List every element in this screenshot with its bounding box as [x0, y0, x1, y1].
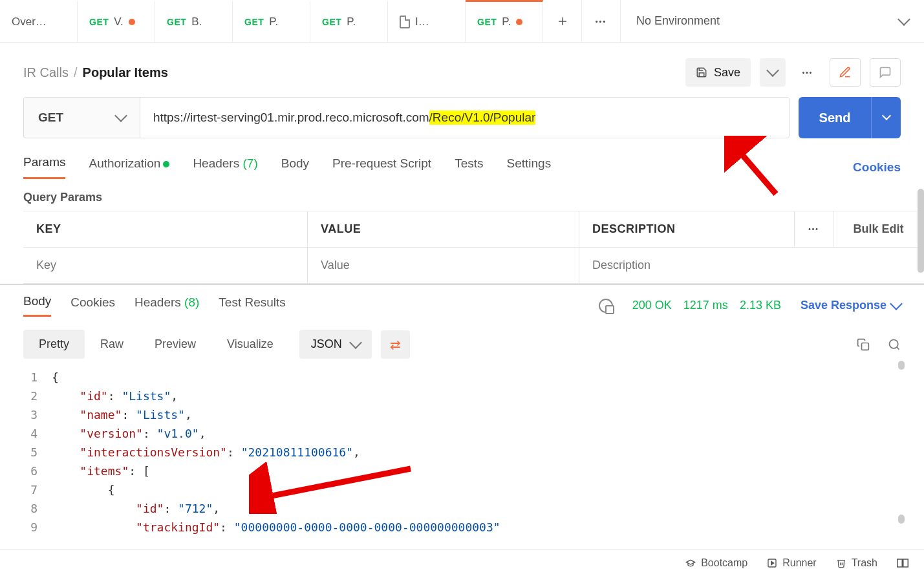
status-code: 200 OK [632, 299, 672, 312]
tab-headers[interactable]: Headers (7) [193, 156, 257, 178]
status-bar: Bootcamp Runner Trash [0, 549, 924, 576]
copy-button[interactable] [857, 338, 870, 351]
tab-1[interactable]: GETV. [78, 0, 155, 42]
dirty-dot-icon [516, 19, 522, 25]
footer-runner[interactable]: Runner [767, 557, 816, 569]
response-body[interactable]: 1{2 "id": "Lists",3 "name": "Lists",4 "v… [0, 364, 924, 537]
tab-overflow-button[interactable]: ••• [582, 0, 621, 42]
query-params-heading: Query Params [0, 186, 924, 211]
request-tabs: Params Authorization Headers (7) Body Pr… [0, 151, 924, 186]
new-tab-button[interactable] [543, 0, 582, 42]
url-bar: GET https://irtest-serving01.mir.prod.re… [23, 97, 790, 138]
save-button[interactable]: Save [685, 58, 751, 87]
request-header: IR Calls / Popular Items Save ••• [0, 43, 924, 97]
view-raw[interactable]: Raw [85, 330, 139, 359]
auth-indicator-icon [163, 161, 169, 167]
scrollbar[interactable] [898, 515, 905, 524]
bulk-edit-button[interactable]: Bulk Edit [833, 211, 924, 247]
svg-rect-0 [862, 343, 869, 350]
resp-tab-headers[interactable]: Headers (8) [134, 295, 199, 316]
tab-overview[interactable]: Over… [0, 0, 78, 42]
chevron-down-icon [349, 336, 362, 349]
search-button[interactable] [888, 338, 901, 351]
breadcrumb-collection[interactable]: IR Calls [23, 65, 69, 80]
format-selector[interactable]: JSON [299, 330, 372, 359]
svg-line-2 [897, 347, 899, 349]
params-table: KEY VALUE DESCRIPTION ••• Bulk Edit [23, 211, 924, 284]
response-header: Body Cookies Headers (8) Test Results 20… [0, 284, 924, 322]
col-options-button[interactable]: ••• [795, 211, 833, 247]
tab-prerequest[interactable]: Pre-request Script [332, 156, 431, 178]
col-value: VALUE [308, 211, 579, 247]
edit-button[interactable] [830, 58, 861, 87]
dirty-dot-icon [129, 19, 135, 25]
param-value-input[interactable] [321, 259, 566, 272]
tab-5[interactable]: I… [388, 0, 466, 42]
send-dropdown[interactable] [871, 97, 901, 138]
chevron-down-icon [114, 109, 127, 122]
footer-bootcamp[interactable]: Bootcamp [685, 557, 747, 569]
tab-authorization[interactable]: Authorization [89, 156, 169, 178]
url-input[interactable]: https://irtest-serving01.mir.prod.reco.m… [140, 98, 789, 138]
svg-rect-5 [897, 559, 903, 567]
view-pretty[interactable]: Pretty [23, 330, 85, 359]
tab-params[interactable]: Params [23, 155, 65, 179]
chevron-down-icon [897, 13, 910, 26]
param-key-input[interactable] [36, 259, 294, 272]
cookies-link[interactable]: Cookies [853, 160, 901, 175]
breadcrumb: IR Calls / Popular Items [23, 65, 168, 80]
chevron-down-icon [766, 64, 779, 77]
view-preview[interactable]: Preview [139, 330, 211, 359]
file-icon [400, 16, 410, 28]
comments-button[interactable] [870, 58, 901, 87]
view-visualize[interactable]: Visualize [211, 330, 289, 359]
col-description: DESCRIPTION [579, 211, 795, 247]
url-highlight: /Reco/V1.0/Popular [429, 111, 536, 125]
svg-marker-4 [771, 561, 774, 564]
tab-3[interactable]: GETP. [233, 0, 310, 42]
tab-active[interactable]: GETP. [466, 0, 543, 42]
footer-panes[interactable] [897, 559, 908, 568]
wrap-toggle[interactable]: ⇄ [381, 330, 410, 359]
svg-rect-6 [903, 559, 908, 567]
chevron-down-icon [890, 297, 903, 310]
col-key: KEY [23, 211, 308, 247]
resp-tab-body[interactable]: Body [23, 294, 51, 317]
svg-point-1 [890, 339, 898, 348]
scrollbar[interactable] [918, 189, 924, 273]
param-desc-input[interactable] [592, 259, 911, 272]
resp-tab-tests[interactable]: Test Results [219, 295, 285, 316]
status-size: 2.13 KB [740, 299, 781, 312]
response-status: 200 OK 1217 ms 2.13 KB [632, 299, 781, 312]
save-response-button[interactable]: Save Response [800, 299, 901, 312]
scrollbar[interactable] [898, 361, 905, 370]
tab-settings[interactable]: Settings [507, 156, 552, 178]
chevron-down-icon [881, 111, 890, 120]
method-selector[interactable]: GET [24, 98, 140, 138]
send-button[interactable]: Send [799, 97, 901, 138]
environment-selector[interactable]: No Environment [621, 0, 924, 42]
footer-trash[interactable]: Trash [836, 557, 877, 569]
breadcrumb-request[interactable]: Popular Items [83, 65, 168, 80]
resp-tab-cookies[interactable]: Cookies [70, 295, 115, 316]
response-view-tabs: Pretty Raw Preview Visualize JSON ⇄ [0, 322, 924, 364]
save-icon [696, 67, 707, 78]
tab-tests[interactable]: Tests [455, 156, 483, 178]
network-icon[interactable] [599, 299, 613, 313]
tab-bar: Over… GETV. GETB. GETP. GETP. I… GETP. •… [0, 0, 924, 43]
more-actions-button[interactable]: ••• [795, 58, 821, 87]
tab-2[interactable]: GETB. [155, 0, 233, 42]
status-time: 1217 ms [683, 299, 728, 312]
save-dropdown-button[interactable] [760, 58, 786, 87]
tab-body[interactable]: Body [281, 156, 309, 178]
tab-4[interactable]: GETP. [310, 0, 388, 42]
